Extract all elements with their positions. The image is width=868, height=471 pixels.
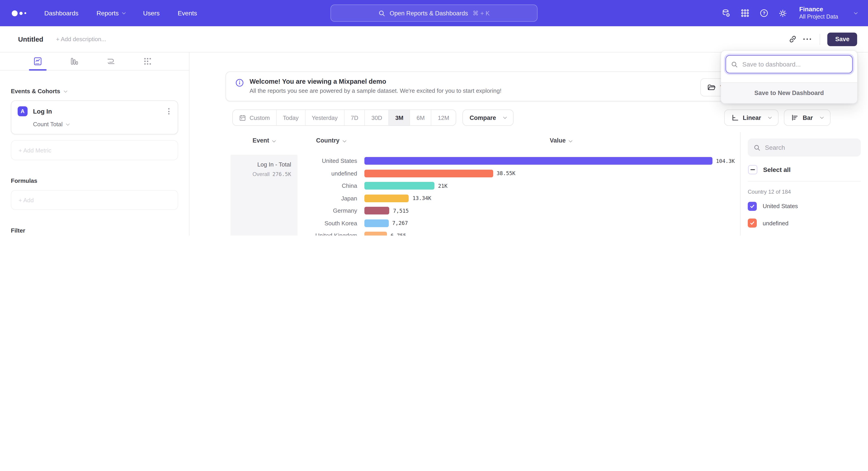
check-icon — [749, 204, 755, 209]
apps-grid-icon[interactable] — [741, 8, 749, 18]
chevron-down-icon — [64, 89, 68, 92]
country-checkbox[interactable] — [748, 219, 757, 228]
series-name: Log In - Total — [230, 161, 291, 168]
search-icon — [731, 61, 738, 68]
date-range-button[interactable]: 7D — [344, 110, 365, 125]
country-filter-row[interactable]: China — [743, 232, 865, 235]
insights-icon — [33, 57, 42, 66]
copy-link-icon[interactable] — [785, 32, 800, 47]
title-bar-actions: Save — [785, 32, 857, 47]
event-badge: A — [18, 106, 28, 116]
aggregation-selector[interactable]: Count Total — [33, 121, 171, 127]
date-range-button[interactable]: Yesterday — [305, 110, 344, 125]
metric-kebab-icon[interactable] — [166, 106, 171, 116]
report-type-tabs — [0, 53, 189, 70]
folder-icon — [707, 83, 716, 92]
chevron-down-icon — [122, 11, 126, 14]
bar[interactable] — [364, 170, 493, 177]
tab-retention[interactable] — [143, 57, 152, 66]
report-title[interactable]: Untitled — [18, 35, 43, 43]
save-to-new-dashboard-button[interactable]: Save to New Dashboard — [721, 82, 857, 103]
bar[interactable] — [364, 232, 387, 236]
metric-card[interactable]: A Log In Count Total — [11, 100, 178, 135]
chevron-down-icon — [768, 115, 772, 119]
country-filter-label: undefined — [763, 220, 788, 227]
bar[interactable] — [364, 219, 389, 227]
more-options-icon[interactable] — [800, 32, 814, 47]
global-search-button[interactable]: Open Reports & Dashboards ⌘ + K — [331, 4, 537, 22]
mixpanel-logo-icon[interactable] — [12, 10, 26, 16]
bar[interactable] — [364, 182, 434, 190]
chart-view-controls: Linear Bar — [724, 110, 831, 126]
chart-column-headers: Event Country Value — [230, 132, 740, 148]
bar[interactable] — [364, 195, 409, 202]
value-column-header[interactable]: Value — [550, 137, 572, 144]
chart-row: Germany 7,515 — [298, 205, 740, 217]
svg-text:?: ? — [763, 11, 765, 16]
data-management-icon[interactable] — [721, 8, 731, 18]
save-button[interactable]: Save — [828, 32, 857, 46]
bar-value: 6,755 — [391, 233, 406, 236]
chart-type-selector[interactable]: Bar — [784, 110, 831, 126]
country-count-caption: Country 12 of 184 — [748, 189, 861, 195]
country-filter-row[interactable]: undefined — [743, 215, 865, 232]
event-name: Log In — [33, 108, 52, 115]
add-formula-button[interactable]: + Add — [11, 190, 178, 210]
add-description[interactable]: + Add description... — [56, 36, 106, 42]
chevron-down-icon — [342, 139, 346, 142]
bar[interactable] — [364, 207, 390, 215]
select-all-checkbox[interactable] — [748, 165, 757, 174]
country-checkbox[interactable] — [748, 202, 757, 211]
help-icon[interactable]: ? — [760, 8, 769, 18]
search-icon — [754, 144, 761, 151]
scale-selector[interactable]: Linear — [724, 110, 779, 126]
flows-icon — [107, 57, 115, 66]
date-range-button[interactable]: 6M — [410, 110, 432, 125]
bar-value: 7,267 — [392, 220, 408, 227]
event-series-cell[interactable]: Log In - Total Overall276.5K — [230, 155, 298, 235]
country-filter-row[interactable]: United States — [743, 198, 865, 215]
report-title-bar: Untitled + Add description... Save — [0, 26, 868, 53]
overall-label: Overall — [252, 171, 270, 177]
project-scope: All Project Data — [799, 13, 838, 21]
date-range-button[interactable]: Today — [277, 110, 305, 125]
bar[interactable] — [364, 157, 712, 165]
country-label: undefined — [298, 170, 364, 177]
bar-value: 21K — [438, 183, 447, 189]
check-icon — [749, 220, 755, 226]
divider — [748, 181, 861, 181]
project-selector[interactable]: Finance All Project Data — [799, 6, 838, 21]
global-search-placeholder: Open Reports & Dashboards — [390, 10, 468, 17]
project-name: Finance — [799, 6, 838, 13]
date-range-button[interactable]: 12M — [432, 110, 456, 125]
nav-events[interactable]: Events — [178, 9, 197, 17]
save-dashboard-search-input[interactable] — [725, 55, 852, 73]
country-column-header[interactable]: Country — [298, 137, 364, 144]
divider — [820, 34, 820, 45]
compare-button[interactable]: Compare — [463, 110, 514, 126]
chart-row: United States 104.3K — [298, 155, 740, 167]
banner-subtitle: All the reports you see are powered by a… — [250, 87, 501, 94]
settings-gear-icon[interactable] — [778, 8, 787, 18]
add-metric-button[interactable]: + Add Metric — [11, 140, 178, 160]
events-cohorts-heading[interactable]: Events & Cohorts — [11, 88, 178, 94]
nav-dashboards[interactable]: Dashboards — [44, 9, 79, 17]
chart-row: South Korea 7,267 — [298, 217, 740, 229]
nav-users[interactable]: Users — [143, 9, 160, 17]
project-chevron-down-icon[interactable] — [854, 11, 858, 14]
bar-rows: United States 104.3K undefined — [298, 155, 740, 235]
nav-reports[interactable]: Reports — [96, 9, 125, 17]
country-legend-list: United States undefined — [748, 198, 861, 235]
date-range-button[interactable]: Custom — [233, 110, 277, 125]
tab-flows[interactable] — [107, 57, 115, 66]
legend-search-input[interactable]: Search — [748, 139, 861, 156]
mixpanel-app: Dashboards Reports Users Events Open Rep… — [0, 0, 868, 235]
date-range-button[interactable]: 3M — [389, 110, 410, 125]
date-range-button[interactable]: 30D — [365, 110, 389, 125]
tab-funnels[interactable] — [70, 57, 79, 66]
overall-value: 276.5K — [272, 171, 291, 177]
bar-chart-icon — [792, 114, 799, 121]
event-column-header[interactable]: Event — [230, 137, 298, 144]
tab-insights[interactable] — [33, 57, 42, 66]
select-all-row[interactable]: Select all — [748, 165, 861, 174]
